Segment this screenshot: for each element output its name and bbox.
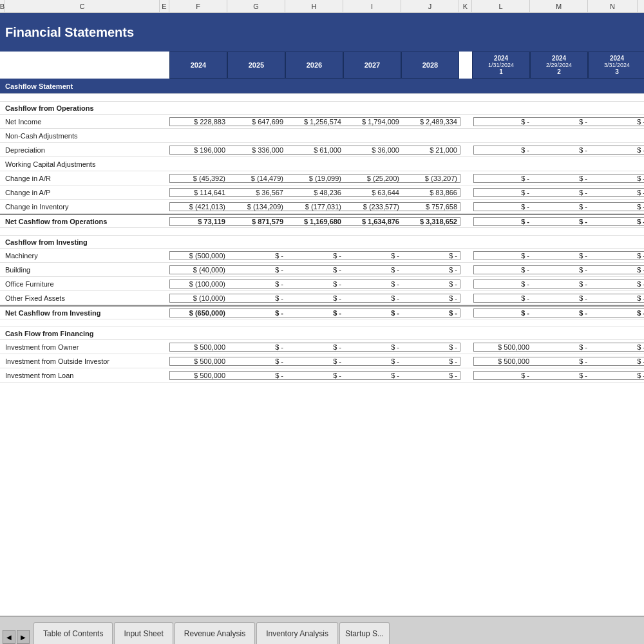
year-header-2026: 2026 xyxy=(285,52,343,79)
machinery-row: Machinery $ (500,000) $ - $ - $ - $ - $ … xyxy=(0,249,644,263)
change-ar-label: Change in A/R xyxy=(0,175,160,182)
change-ar-row: Change in A/R $ (45,392) $ (14,479) $ (1… xyxy=(0,171,644,185)
depreciation-2025: $ 336,000 xyxy=(228,146,286,154)
machinery-2027: $ - xyxy=(344,252,402,260)
building-row: Building $ (40,000) $ - $ - $ - $ - $ - … xyxy=(0,263,644,277)
col-c-header: C xyxy=(5,0,160,12)
office-furniture-2027: $ - xyxy=(344,280,402,288)
tab-revenue-analysis[interactable]: Revenue Analysis xyxy=(175,622,255,644)
col-m-header: M xyxy=(530,0,588,12)
change-ap-label: Change in A/P xyxy=(0,189,160,196)
col-h-header: H xyxy=(285,0,343,12)
inv-owner-2028: $ - xyxy=(402,343,460,351)
inv-owner-2024: $ 500,000 xyxy=(170,343,228,351)
depreciation-2026: $ 61,000 xyxy=(286,146,344,154)
inv-owner-m3: $ - xyxy=(590,343,644,351)
investment-owner-row: Investment from Owner $ 500,000 $ - $ - … xyxy=(0,340,644,354)
inv-loan-m2: $ - xyxy=(532,372,590,379)
tab-startup-s[interactable]: Startup S... xyxy=(339,622,390,644)
net-income-m1: $ - xyxy=(474,118,532,126)
change-ar-m3: $ - xyxy=(590,175,644,182)
inv-owner-m2: $ - xyxy=(532,343,590,351)
cashflow-operations-label: Cashflow from Operations xyxy=(0,104,160,112)
change-ap-row: Change in A/P $ 114,641 $ 36,567 $ 48,23… xyxy=(0,185,644,200)
building-label: Building xyxy=(0,266,160,274)
change-ap-2028: $ 83,866 xyxy=(402,189,460,196)
change-inv-2024: $ (421,013) xyxy=(170,203,228,211)
change-inv-m1: $ - xyxy=(474,203,532,211)
office-furniture-2028: $ - xyxy=(402,280,460,288)
net-cf-inv-m2: $ - xyxy=(532,309,590,317)
col-f-header: F xyxy=(169,0,227,12)
tab-input-sheet[interactable]: Input Sheet xyxy=(114,622,173,644)
empty-row-2 xyxy=(0,228,644,236)
working-capital-row: Working Capital Adjustments xyxy=(0,157,644,171)
inv-loan-m1: $ - xyxy=(474,372,532,379)
office-furniture-m3: $ - xyxy=(590,280,644,288)
office-furniture-row: Office Furniture $ (100,000) $ - $ - $ -… xyxy=(0,277,644,291)
net-cf-ops-m3: $ - xyxy=(590,218,644,225)
building-m1: $ - xyxy=(474,266,532,274)
column-headers: B C E F G H I J K L M N xyxy=(0,0,644,13)
other-fixed-assets-row: Other Fixed Assets $ (10,000) $ - $ - $ … xyxy=(0,291,644,305)
monthly-header-2: 2024 2/29/2024 2 xyxy=(530,52,588,79)
change-ar-2025: $ (14,479) xyxy=(228,175,286,182)
net-cf-ops-2026: $ 1,169,680 xyxy=(286,218,344,225)
net-income-m2: $ - xyxy=(532,118,590,126)
change-inv-2026: $ (177,031) xyxy=(286,203,344,211)
page-title: Financial Statements xyxy=(5,25,134,40)
change-inv-2025: $ (134,209) xyxy=(228,203,286,211)
col-k-header: K xyxy=(459,0,472,12)
change-ap-2026: $ 48,236 xyxy=(286,189,344,196)
inv-owner-2025: $ - xyxy=(228,343,286,351)
inv-owner-2026: $ - xyxy=(286,343,344,351)
change-ap-2025: $ 36,567 xyxy=(228,189,286,196)
tab-inventory-analysis[interactable]: Inventory Analysis xyxy=(256,622,338,644)
cashflow-financing-label: Cash Flow from Financing xyxy=(0,330,160,337)
sheet-body: Financial Statements 2024 2025 2026 2027… xyxy=(0,13,644,616)
net-cashflow-investing-label: Net Cashflow from Investing xyxy=(0,309,160,317)
machinery-label: Machinery xyxy=(0,252,160,260)
cashflow-investing-label: Cashflow from Investing xyxy=(0,238,160,246)
office-furniture-m1: $ - xyxy=(474,280,532,288)
change-ar-2028: $ (33,207) xyxy=(402,175,460,182)
inv-loan-2024: $ 500,000 xyxy=(170,372,228,379)
working-capital-label: Working Capital Adjustments xyxy=(0,160,160,168)
cashflow-statement-header: Cashflow Statement xyxy=(0,79,644,94)
net-cashflow-investing-row: Net Cashflow from Investing $ (650,000) … xyxy=(0,305,644,319)
machinery-2024: $ (500,000) xyxy=(170,252,228,260)
tabs-bar: ◀ ▶ Table of Contents Input Sheet Revenu… xyxy=(0,616,644,644)
building-m2: $ - xyxy=(532,266,590,274)
col-l-header: L xyxy=(472,0,530,12)
net-cf-inv-2026: $ - xyxy=(286,309,344,317)
tab-nav-next[interactable]: ▶ xyxy=(17,630,30,644)
other-fa-2024: $ (10,000) xyxy=(170,294,228,302)
net-cf-inv-2024: $ (650,000) xyxy=(170,309,228,317)
net-cashflow-operations-label: Net Cashflow from Operations xyxy=(0,218,160,225)
investment-owner-label: Investment from Owner xyxy=(0,343,160,351)
inv-outside-2027: $ - xyxy=(344,357,402,365)
col-i-header: I xyxy=(343,0,401,12)
tab-nav-prev[interactable]: ◀ xyxy=(3,630,15,644)
net-income-2024: $ 228,883 xyxy=(170,118,228,126)
depreciation-2024: $ 196,000 xyxy=(170,146,228,154)
investment-loan-row: Investment from Loan $ 500,000 $ - $ - $… xyxy=(0,368,644,383)
other-fixed-assets-label: Other Fixed Assets xyxy=(0,294,160,302)
building-2026: $ - xyxy=(286,266,344,274)
net-cf-inv-m3: $ - xyxy=(590,309,644,317)
building-m3: $ - xyxy=(590,266,644,274)
tab-table-of-contents[interactable]: Table of Contents xyxy=(33,622,113,644)
col-j-header: J xyxy=(401,0,459,12)
depreciation-2028: $ 21,000 xyxy=(402,146,460,154)
net-cf-inv-2025: $ - xyxy=(228,309,286,317)
office-furniture-2025: $ - xyxy=(228,280,286,288)
other-fa-m1: $ - xyxy=(474,294,532,302)
col-b-header: B xyxy=(0,0,5,12)
investment-outside-row: Investment from Outside Investor $ 500,0… xyxy=(0,354,644,368)
other-fa-m3: $ - xyxy=(590,294,644,302)
change-ap-m2: $ - xyxy=(532,189,590,196)
machinery-m2: $ - xyxy=(532,252,590,260)
monthly-header-3: 2024 3/31/2024 3 xyxy=(588,52,644,79)
depreciation-label: Depreciation xyxy=(0,146,160,154)
inv-owner-2027: $ - xyxy=(344,343,402,351)
